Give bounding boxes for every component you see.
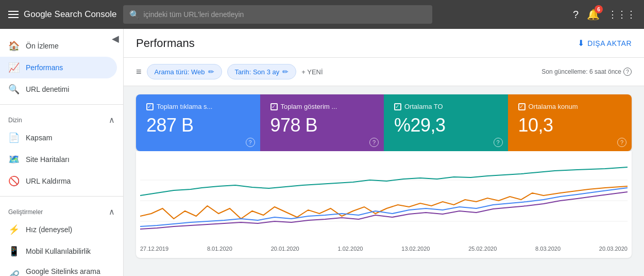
nav-label-overview: Ön İzleme [26,42,59,50]
metric-help-impressions[interactable]: ? [369,138,379,147]
update-help-icon[interactable]: ? [623,68,632,76]
export-icon: ⬇ [578,38,585,48]
topbar-logo: Google Search Console [8,9,117,20]
search-bar[interactable]: 🔍 [123,5,432,24]
coverage-icon: 📄 [8,132,20,143]
update-info-text: Son güncelleme: 6 saat önce [541,68,621,75]
metric-card-position[interactable]: Ortalama konum 10,3 ? [508,94,632,151]
metric-card-clicks[interactable]: Toplam tıklama s... 287 B ? [136,94,260,151]
nav-divider-1 [0,104,123,105]
add-filter-button[interactable]: + YENİ [301,68,323,76]
section-enhancements: Geliştirmeler ∧ [0,201,123,219]
export-button[interactable]: ⬇ DIŞA AKTAR [578,38,632,48]
sidebar-item-sitelinks[interactable]: 🔗 Google Sitelinks arama kutu... [0,262,117,276]
help-icon[interactable]: ? [573,9,579,21]
notification-badge: 6 [595,5,603,13]
nav-label-removals: URL Kaldırma [26,177,71,185]
section-index-label: Dizin [8,117,22,124]
metric-value-ctr: %29,3 [394,115,498,136]
export-label: DIŞA AKTAR [587,39,632,47]
metric-label-impressions: Toplam gösterim ... [270,103,374,110]
metric-help-ctr[interactable]: ? [494,138,503,147]
x-label-3: 1.02.2020 [338,246,363,252]
nav-label-sitemaps: Site Haritaları [26,155,70,164]
removals-icon: 🚫 [8,175,20,187]
section-enhancements-label: Geliştirmeler [8,208,43,216]
metric-checkbox-position [518,103,526,110]
filter-icon: ≡ [136,67,142,77]
metric-value-clicks: 287 B [146,115,250,136]
sidebar-item-overview[interactable]: 🏠 Ön İzleme [0,35,117,57]
sidebar-item-performance[interactable]: 📈 Performans [0,57,117,78]
section-index-toggle[interactable]: ∧ [109,115,115,125]
home-icon: 🏠 [8,40,20,52]
metric-card-ctr[interactable]: Ortalama TO %29,3 ? [384,94,508,151]
metric-help-clicks[interactable]: ? [246,138,255,147]
topbar-actions: ? 🔔 6 ⋮⋮⋮ [573,8,636,21]
nav-label-coverage: Kapsam [26,134,52,142]
section-index: Dizin ∧ [0,109,123,127]
main-content: Performans ⬇ DIŞA AKTAR ≡ Arama türü: We… [124,29,644,276]
search-icon: 🔍 [129,10,140,20]
layout: ◀ 🏠 Ön İzleme 📈 Performans 🔍 URL denetim… [0,29,644,276]
app-title: Google Search Console [24,9,117,20]
main-header: Performans ⬇ DIŞA AKTAR [124,29,644,58]
metric-card-impressions[interactable]: Toplam gösterim ... 978 B ? [260,94,384,151]
filter-chip-date[interactable]: Tarih: Son 3 ay ✏ [227,64,297,79]
search-input[interactable] [144,10,426,19]
apps-icon[interactable]: ⋮⋮⋮ [608,9,636,20]
x-label-2: 20.01.2020 [271,246,299,252]
nav-divider-2 [0,196,123,197]
search-icon-nav: 🔍 [8,84,20,95]
sitemaps-icon: 🗺️ [8,154,20,165]
filter-bar: ≡ Arama türü: Web ✏ Tarih: Son 3 ay ✏ + … [124,58,644,86]
x-label-5: 25.02.2020 [468,246,497,252]
sitelinks-icon: 🔗 [8,270,20,276]
metric-label-ctr: Ortalama TO [394,103,498,110]
performance-icon: 📈 [8,62,20,73]
nav-label-speed: Hız (deneysel) [26,225,72,234]
section-enhancements-toggle[interactable]: ∧ [109,207,115,217]
filter-search-type-edit-icon: ✏ [208,68,214,76]
metric-help-position[interactable]: ? [617,138,626,147]
sidebar-item-removals[interactable]: 🚫 URL Kaldırma [0,170,117,192]
metric-label-clicks: Toplam tıklama s... [146,103,250,110]
sidebar-collapse-icon[interactable]: ◀ [112,33,119,44]
sidebar-item-url-inspection[interactable]: 🔍 URL denetimi [0,78,117,100]
sidebar-item-sitemaps[interactable]: 🗺️ Site Haritaları [0,149,117,170]
metric-checkbox-clicks [146,103,154,110]
page-title: Performans [136,37,195,50]
performance-chart [140,159,628,242]
metric-value-impressions: 978 B [270,115,374,136]
metric-value-position: 10,3 [518,115,622,136]
chart-x-axis: 27.12.2019 8.01.2020 20.01.2020 1.02.202… [140,243,628,254]
x-label-7: 20.03.2020 [599,246,628,252]
metrics-grid: Toplam tıklama s... 287 B ? Toplam göste… [136,94,632,151]
filter-search-type-label: Arama türü: Web [155,68,205,76]
nav-label-mobile: Mobil Kullanılabilirlik [26,247,91,255]
sidebar-item-speed[interactable]: ⚡ Hız (deneysel) [0,219,117,240]
notifications-icon[interactable]: 🔔 6 [587,8,600,21]
add-filter-label: + YENİ [301,68,323,76]
metrics-section: Toplam tıklama s... 287 B ? Toplam göste… [124,86,644,258]
metric-label-position: Ortalama konum [518,103,622,110]
metric-checkbox-ctr [394,103,401,110]
filter-chip-search-type[interactable]: Arama türü: Web ✏ [147,64,222,79]
nav-label-sitelinks: Google Sitelinks arama kutu... [26,267,109,276]
hamburger-menu[interactable] [8,11,19,18]
speed-icon: ⚡ [8,224,20,235]
x-label-6: 8.03.2020 [535,246,561,252]
sidebar-item-mobile[interactable]: 📱 Mobil Kullanılabilirlik [0,240,117,262]
update-info: Son güncelleme: 6 saat önce ? [541,68,632,76]
metric-checkbox-impressions [270,103,278,110]
mobile-icon: 📱 [8,246,20,257]
filter-date-edit-icon: ✏ [282,68,289,76]
sidebar-item-coverage[interactable]: 📄 Kapsam [0,127,117,149]
sidebar: ◀ 🏠 Ön İzleme 📈 Performans 🔍 URL denetim… [0,29,124,276]
chart-area: 27.12.2019 8.01.2020 20.01.2020 1.02.202… [136,151,632,258]
x-label-4: 13.02.2020 [401,246,430,252]
nav-label-url-inspection: URL denetimi [26,85,69,93]
x-label-0: 27.12.2019 [140,246,168,252]
nav-label-performance: Performans [26,63,63,72]
topbar: Google Search Console 🔍 ? 🔔 6 ⋮⋮⋮ [0,0,644,29]
